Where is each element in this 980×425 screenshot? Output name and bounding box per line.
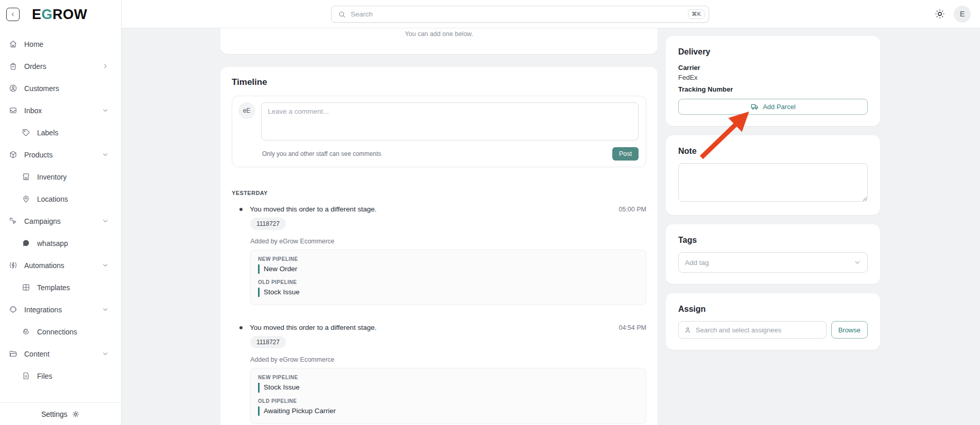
chevron-down-icon: [102, 350, 109, 357]
orders-bag-icon: [9, 62, 18, 70]
sidebar-item-products[interactable]: Products: [0, 144, 121, 166]
sidebar-item-locations[interactable]: Locations: [0, 188, 121, 210]
timeline-dot: [239, 208, 243, 211]
assign-title: Assign: [678, 305, 868, 314]
carrier-label: Carrier: [678, 64, 868, 72]
sidebar-item-files[interactable]: Files: [0, 365, 121, 387]
comment-box: eE Only you and other staff can see comm…: [232, 96, 646, 167]
timeline-entry: You moved this order to a different stag…: [232, 205, 646, 305]
main-area: ⌘K E You can add one below. Timeline eE: [122, 0, 980, 425]
timeline-title: Timeline: [232, 77, 646, 87]
sidebar-item-label: Integrations: [24, 306, 62, 314]
logo-letter-accent: G: [42, 7, 53, 22]
entry-text: You moved this order to a different stag…: [250, 205, 376, 213]
add-parcel-button[interactable]: Add Parcel: [678, 99, 868, 115]
home-icon: [9, 40, 18, 48]
sidebar-item-label: Inbox: [24, 107, 42, 115]
automations-bolt-icon: [9, 261, 18, 270]
added-by-text: Added by eGrow Ecommerce: [250, 356, 646, 363]
logo-letters: ROW: [53, 7, 87, 22]
chevron-down-icon: [102, 262, 109, 269]
entry-time: 05:00 PM: [618, 206, 646, 213]
truck-icon: [750, 102, 759, 111]
chevron-down-icon: [102, 151, 109, 158]
connections-spiral-icon: [22, 327, 30, 336]
settings-label: Settings: [41, 410, 67, 418]
sidebar-item-connections[interactable]: Connections: [0, 321, 121, 343]
tracking-number-label: Tracking Number: [678, 85, 868, 93]
global-search[interactable]: ⌘K: [331, 6, 709, 23]
pipeline-change-box: NEW PIPELINE Stock Issue OLD PIPELINE Aw…: [250, 368, 646, 423]
campaigns-cursor-icon: [9, 217, 18, 225]
sidebar-item-campaigns[interactable]: Campaigns: [0, 210, 121, 232]
sidebar-item-label: Locations: [37, 195, 68, 203]
inventory-store-icon: [22, 172, 30, 181]
sidebar-item-label: Customers: [24, 84, 59, 93]
sidebar-item-content[interactable]: Content: [0, 343, 121, 365]
assignee-search-input[interactable]: [696, 326, 821, 334]
day-label: YESTERDAY: [232, 190, 646, 196]
sidebar-item-whatsapp[interactable]: whatsapp: [0, 232, 121, 254]
chevron-down-icon: [102, 306, 109, 313]
main-column: You can add one below. Timeline eE Only …: [220, 28, 658, 425]
sidebar-item-inbox[interactable]: Inbox: [0, 99, 121, 121]
sidebar-item-integrations[interactable]: Integrations: [0, 298, 121, 321]
hint-text: You can add one below.: [220, 30, 658, 38]
old-pipeline-label: OLD PIPELINE: [258, 398, 639, 404]
browse-button[interactable]: Browse: [831, 321, 868, 339]
sidebar-item-labels[interactable]: Labels: [0, 121, 121, 144]
old-pipeline-label: OLD PIPELINE: [258, 279, 639, 285]
new-pipeline-label: NEW PIPELINE: [258, 256, 639, 262]
customers-icon: [9, 84, 18, 93]
chevron-down-icon: [102, 107, 109, 114]
sidebar-item-label: Orders: [24, 62, 46, 70]
app-window: EGROW Home Orders Customers Inbox: [0, 0, 980, 425]
tags-select[interactable]: [678, 252, 868, 273]
added-by-text: Added by eGrow Ecommerce: [250, 238, 646, 245]
products-cube-icon: [9, 150, 18, 159]
chevron-left-icon: [9, 11, 16, 18]
inbox-icon: [9, 106, 18, 115]
pipeline-change-box: NEW PIPELINE New Order OLD PIPELINE Stoc…: [250, 250, 646, 305]
chevron-right-icon: [102, 63, 109, 69]
tags-title: Tags: [678, 236, 868, 245]
search-shortcut-badge: ⌘K: [688, 9, 704, 19]
sidebar-collapse-button[interactable]: [6, 8, 20, 21]
search-input[interactable]: [351, 10, 688, 18]
comment-input[interactable]: [261, 102, 639, 140]
note-card: Note: [666, 135, 880, 215]
sidebar-item-automations[interactable]: Automations: [0, 254, 121, 276]
settings-button[interactable]: Settings: [0, 402, 121, 425]
old-pipeline-value: Awaiting Pickup Carrier: [258, 406, 639, 416]
sidebar-item-orders[interactable]: Orders: [0, 55, 121, 77]
theme-toggle-button[interactable]: [934, 8, 945, 20]
sidebar-item-templates[interactable]: Templates: [0, 276, 121, 298]
assignee-search[interactable]: [678, 321, 827, 339]
content-folder-icon: [9, 349, 18, 358]
order-id-badge[interactable]: 1118727: [250, 218, 286, 230]
order-id-badge[interactable]: 1118727: [250, 336, 286, 348]
gear-icon: [72, 410, 80, 418]
add-tag-input[interactable]: [685, 259, 854, 267]
previous-card-partial: You can add one below.: [220, 28, 658, 54]
sidebar-nav: Home Orders Customers Inbox Labels: [0, 29, 121, 402]
sidebar: EGROW Home Orders Customers Inbox: [0, 0, 122, 425]
sidebar-item-inventory[interactable]: Inventory: [0, 166, 121, 188]
chat-bubble-icon: [22, 239, 30, 247]
sun-icon: [934, 8, 945, 20]
post-button[interactable]: Post: [612, 147, 639, 161]
tags-card: Tags: [666, 224, 880, 284]
logo-letter: E: [32, 7, 42, 22]
sidebar-item-label: Labels: [37, 129, 58, 137]
note-input[interactable]: [678, 163, 868, 202]
sidebar-item-label: Templates: [37, 284, 70, 292]
sidebar-item-home[interactable]: Home: [0, 33, 121, 55]
timeline-card: Timeline eE Only you and other staff can…: [220, 67, 658, 425]
sidebar-item-label: Files: [37, 372, 53, 380]
sidebar-item-label: Content: [24, 350, 49, 358]
location-pin-icon: [22, 194, 30, 203]
entry-time: 04:54 PM: [618, 324, 646, 331]
user-avatar[interactable]: E: [954, 6, 971, 23]
integrations-puzzle-icon: [9, 305, 18, 314]
sidebar-item-customers[interactable]: Customers: [0, 77, 121, 99]
